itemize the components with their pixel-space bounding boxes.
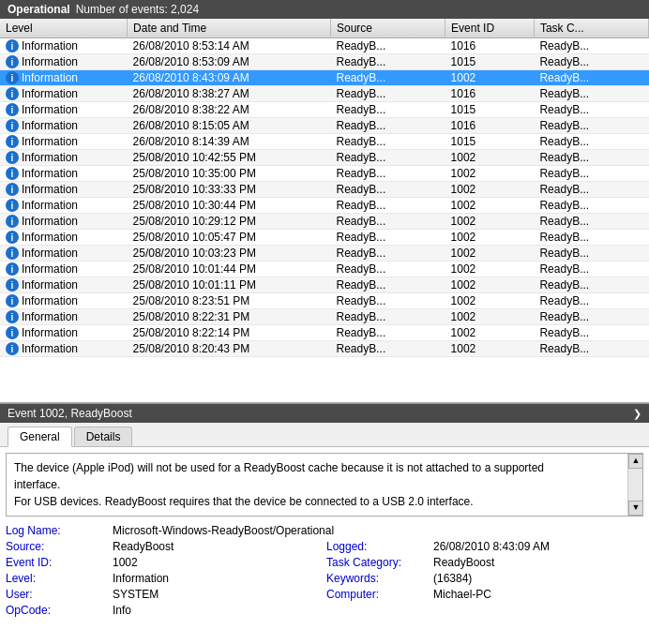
table-row[interactable]: iInformation25/08/2010 10:03:23 PMReadyB… [0, 246, 649, 262]
cell-source: ReadyB... [331, 70, 445, 86]
cell-task: ReadyB... [534, 70, 648, 86]
col-datetime[interactable]: Date and Time [128, 19, 331, 38]
col-task[interactable]: Task C... [534, 19, 648, 38]
col-eventid[interactable]: Event ID [445, 19, 535, 38]
scroll-up-arrow[interactable]: ▲ [628, 454, 643, 469]
cell-eventid: 1002 [445, 341, 535, 357]
table-row[interactable]: iInformation26/08/2010 8:43:09 AMReadyB.… [0, 70, 649, 86]
event-count: Number of events: 2,024 [76, 3, 199, 16]
table-row[interactable]: iInformation25/08/2010 10:30:44 PMReadyB… [0, 198, 649, 214]
cell-eventid: 1015 [445, 102, 535, 118]
source-value: ReadyBoost [113, 540, 323, 553]
table-row[interactable]: iInformation25/08/2010 10:29:12 PMReadyB… [0, 214, 649, 230]
cell-datetime: 26/08/2010 8:14:39 AM [128, 134, 331, 150]
event-detail-title: Event 1002, ReadyBoost [8, 407, 132, 420]
table-row[interactable]: iInformation26/08/2010 8:53:14 AMReadyB.… [0, 38, 649, 54]
table-row[interactable]: iInformation25/08/2010 8:22:14 PMReadyB.… [0, 325, 649, 341]
cell-eventid: 1002 [445, 150, 535, 166]
cell-task: ReadyB... [534, 86, 648, 102]
info-icon: i [6, 231, 19, 244]
table-row[interactable]: iInformation26/08/2010 8:14:39 AMReadyB.… [0, 134, 649, 150]
table-row[interactable]: iInformation25/08/2010 10:35:00 PMReadyB… [0, 166, 649, 182]
col-source[interactable]: Source [331, 19, 445, 38]
cell-source: ReadyB... [331, 262, 445, 277]
info-icon: i [6, 278, 19, 292]
cell-level: iInformation [0, 70, 128, 86]
level-text: Information [22, 215, 78, 228]
table-row[interactable]: iInformation25/08/2010 8:22:31 PMReadyB.… [0, 309, 649, 325]
table-header: Level Date and Time Source Event ID Task… [0, 19, 649, 38]
expand-button[interactable]: ❯ [633, 408, 641, 420]
cell-source: ReadyB... [331, 54, 445, 70]
cell-level: iInformation [0, 230, 128, 246]
tab-general[interactable]: General [8, 427, 72, 447]
cell-source: ReadyB... [331, 134, 445, 150]
cell-datetime: 25/08/2010 8:22:14 PM [128, 325, 331, 341]
col-level[interactable]: Level [0, 19, 128, 38]
event-list-area: Level Date and Time Source Event ID Task… [0, 19, 649, 403]
cell-source: ReadyB... [331, 182, 445, 198]
message-scrollbar[interactable]: ▲ ▼ [627, 454, 642, 516]
level-text: Information [22, 294, 78, 307]
message-box: The device (Apple iPod) will not be used… [6, 453, 643, 517]
cell-eventid: 1015 [445, 54, 535, 70]
level-text: Information [22, 278, 78, 292]
cell-datetime: 26/08/2010 8:38:22 AM [128, 102, 331, 118]
cell-level: iInformation [0, 102, 128, 118]
table-row[interactable]: iInformation26/08/2010 8:38:22 AMReadyB.… [0, 102, 649, 118]
cell-task: ReadyB... [534, 134, 648, 150]
cell-datetime: 25/08/2010 10:03:23 PM [128, 246, 331, 262]
table-row[interactable]: iInformation25/08/2010 8:20:43 PMReadyB.… [0, 341, 649, 357]
level-text: Information [22, 199, 78, 212]
cell-level: iInformation [0, 38, 128, 54]
event-id-label: Event ID: [6, 556, 109, 569]
table-row[interactable]: iInformation25/08/2010 8:23:51 PMReadyB.… [0, 293, 649, 309]
app-window: Operational Number of events: 2,024 Leve… [0, 0, 649, 644]
cell-level: iInformation [0, 182, 128, 198]
info-icon: i [6, 39, 19, 52]
log-name-value: Microsoft-Windows-ReadyBoost/Operational [113, 524, 643, 537]
cell-eventid: 1002 [445, 182, 535, 198]
cell-datetime: 26/08/2010 8:43:09 AM [128, 70, 331, 86]
cell-task: ReadyB... [534, 150, 648, 166]
level-text: Information [22, 103, 78, 116]
info-icon: i [6, 71, 19, 84]
info-icon: i [6, 151, 19, 164]
info-icon: i [6, 55, 19, 68]
tab-details[interactable]: Details [74, 427, 133, 446]
task-cat-label: Task Category: [326, 556, 430, 569]
cell-eventid: 1002 [445, 198, 535, 214]
table-row[interactable]: iInformation25/08/2010 10:42:55 PMReadyB… [0, 150, 649, 166]
info-icon: i [6, 199, 19, 212]
cell-eventid: 1016 [445, 86, 535, 102]
message-line1: The device (Apple iPod) will not be used… [14, 459, 624, 476]
table-row[interactable]: iInformation26/08/2010 8:15:05 AMReadyB.… [0, 118, 649, 134]
level-text: Information [22, 39, 78, 52]
cell-task: ReadyB... [534, 54, 648, 70]
header-bar: Operational Number of events: 2,024 [0, 0, 649, 19]
table-row[interactable]: iInformation25/08/2010 10:05:47 PMReadyB… [0, 230, 649, 246]
scroll-down-arrow[interactable]: ▼ [628, 501, 643, 516]
cell-datetime: 25/08/2010 10:33:33 PM [128, 182, 331, 198]
computer-value: Michael-PC [433, 588, 643, 601]
cell-source: ReadyB... [331, 293, 445, 309]
level-text: Information [22, 326, 78, 339]
cell-source: ReadyB... [331, 277, 445, 293]
cell-task: ReadyB... [534, 325, 648, 341]
table-row[interactable]: iInformation26/08/2010 8:38:27 AMReadyB.… [0, 86, 649, 102]
table-row[interactable]: iInformation26/08/2010 8:53:09 AMReadyB.… [0, 54, 649, 70]
cell-task: ReadyB... [534, 230, 648, 246]
cell-datetime: 25/08/2010 8:20:43 PM [128, 341, 331, 357]
level-text: Information [22, 247, 78, 260]
level-text: Information [22, 71, 78, 84]
cell-level: iInformation [0, 198, 128, 214]
table-row[interactable]: iInformation25/08/2010 10:01:11 PMReadyB… [0, 277, 649, 293]
table-row[interactable]: iInformation25/08/2010 10:33:33 PMReadyB… [0, 182, 649, 198]
app-title: Operational [8, 3, 70, 16]
cell-source: ReadyB... [331, 246, 445, 262]
info-icon: i [6, 87, 19, 100]
logged-label: Logged: [326, 540, 430, 553]
table-row[interactable]: iInformation25/08/2010 10:01:44 PMReadyB… [0, 262, 649, 277]
cell-datetime: 25/08/2010 10:29:12 PM [128, 214, 331, 230]
log-name-label: Log Name: [6, 524, 109, 537]
